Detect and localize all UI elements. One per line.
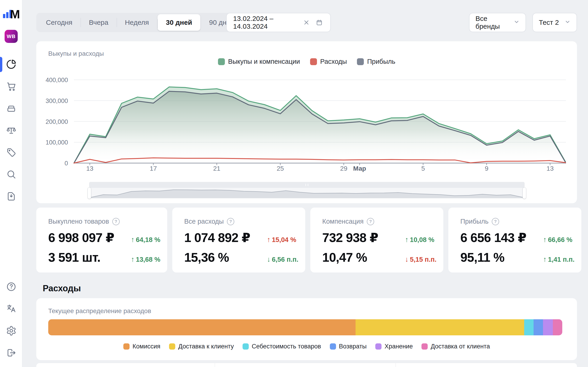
legend-swatch (357, 58, 364, 65)
kpi-delta: ↑15,04 % (267, 236, 296, 244)
svg-text:300,000: 300,000 (45, 98, 68, 104)
chart-zoom-brush[interactable] (89, 182, 525, 198)
range-30days-button[interactable]: 30 дней (157, 14, 200, 31)
chevron-down-icon (514, 19, 519, 26)
sidebar-item-analytics[interactable] (0, 58, 22, 71)
help-icon[interactable]: ? (112, 218, 120, 225)
file-import-icon (6, 191, 17, 202)
brand-dropdown[interactable]: Все бренды (469, 13, 526, 32)
bar-segment-5[interactable] (553, 319, 562, 335)
sidebar-item-search[interactable] (0, 168, 22, 181)
legend-label: Выкупы и компенсации (228, 58, 300, 65)
kpi-card-expenses: Все расходы ? 1 074 892 ₽ ↑15,04 % 15,36… (172, 208, 305, 273)
svg-text:21: 21 (213, 165, 220, 172)
calendar-icon (316, 19, 323, 26)
distribution-legend-item-2[interactable]: Себестоимость товаров (242, 343, 321, 350)
brand-dropdown-value: Все бренды (476, 15, 514, 30)
date-range-picker[interactable]: 13.02.2024 – 14.03.2024 (226, 13, 331, 32)
brush-handle-right[interactable] (523, 187, 526, 199)
distribution-legend-item-5[interactable]: Доставка от клиента (422, 343, 490, 350)
kpi-delta: ↑13,68 % (131, 255, 160, 264)
buyouts-expenses-chart: 0100,000200,000300,000400,0001317212529М… (41, 76, 566, 179)
account-dropdown[interactable]: Тест 2 (532, 13, 577, 32)
sidebar-item-help[interactable] (0, 280, 22, 293)
kpi-delta: ↑64,18 % (131, 236, 160, 244)
cart-icon (6, 81, 17, 92)
dashboard-page: M WB (0, 0, 588, 367)
logout-icon (6, 348, 17, 358)
help-icon[interactable]: ? (227, 218, 234, 225)
svg-text:25: 25 (277, 165, 284, 172)
sidebar-item-language[interactable] (0, 302, 22, 315)
kpi-value: 10,47 % (322, 250, 405, 265)
legend-label: Расходы (320, 58, 347, 65)
sidebar-item-import[interactable] (0, 190, 22, 203)
account-dropdown-value: Тест 2 (539, 19, 559, 26)
help-icon[interactable]: ? (492, 218, 499, 225)
kpi-card-compensation: Компенсация ? 732 938 ₽ ↑10,08 % 10,47 %… (310, 208, 443, 273)
brush-grip-icon (305, 184, 308, 186)
bar-segment-2[interactable] (524, 319, 533, 335)
sidebar-item-orders[interactable] (0, 80, 22, 93)
chart-legend: Выкупы и компенсацииРасходыПрибыль (36, 58, 577, 65)
brush-track[interactable] (89, 188, 525, 198)
logo-letter: M (10, 8, 19, 20)
legend-label: Доставка от клиента (431, 343, 490, 350)
svg-text:9: 9 (485, 165, 489, 172)
kpi-value: 3 591 шт. (48, 250, 131, 265)
bar-segment-0[interactable] (48, 319, 355, 335)
time-range-segmented-control: Сегодня Вчера Неделя 30 дней 90 дней (36, 13, 244, 32)
svg-text:0: 0 (65, 160, 68, 167)
legend-item-0[interactable]: Выкупы и компенсации (218, 58, 300, 65)
help-icon[interactable]: ? (367, 218, 374, 225)
expense-distribution-legend: КомиссияДоставка к клиентуСебестоимость … (36, 343, 577, 350)
bar-segment-3[interactable] (534, 319, 543, 335)
clear-date-button[interactable] (302, 18, 311, 27)
kpi-delta: ↓5,15 п.п. (405, 255, 436, 264)
open-calendar-button[interactable] (315, 18, 324, 27)
svg-text:Мар: Мар (353, 165, 366, 172)
sidebar-item-settings[interactable] (0, 324, 22, 337)
sidebar-item-products[interactable] (0, 102, 22, 115)
range-today-button[interactable]: Сегодня (38, 13, 81, 32)
search-icon (6, 169, 17, 180)
language-icon (6, 303, 17, 314)
sidebar-item-prices[interactable] (0, 146, 22, 159)
range-week-button[interactable]: Неделя (117, 13, 157, 32)
kpi-cards-row: Выкуплено товаров ? 6 998 097 ₽ ↑64,18 %… (36, 208, 577, 273)
column-divider (215, 363, 215, 367)
brush-range-bar[interactable] (89, 182, 525, 188)
svg-text:17: 17 (150, 165, 157, 172)
arrow-icon: ↑ (131, 236, 135, 244)
legend-item-2[interactable]: Прибыль (357, 58, 395, 65)
expense-distribution-bar (48, 319, 562, 335)
box-icon (6, 103, 17, 114)
svg-text:13: 13 (86, 165, 94, 172)
app-logo[interactable]: M (0, 6, 22, 20)
bar-segment-1[interactable] (355, 319, 524, 335)
date-range-value: 13.02.2024 – 14.03.2024 (233, 15, 302, 30)
kpi-value: 732 938 ₽ (322, 230, 405, 245)
arrow-icon: ↑ (267, 236, 271, 244)
brush-handle-left[interactable] (87, 187, 91, 199)
chart-title: Выкупы и расходы (48, 50, 104, 57)
legend-label: Возвраты (339, 343, 367, 350)
svg-text:200,000: 200,000 (45, 118, 68, 125)
legend-item-1[interactable]: Расходы (310, 58, 347, 65)
distribution-legend-item-3[interactable]: Возвраты (330, 343, 367, 350)
range-yesterday-button[interactable]: Вчера (81, 13, 117, 32)
gear-icon (6, 325, 17, 336)
svg-text:5: 5 (421, 165, 425, 172)
distribution-legend-item-1[interactable]: Доставка к клиенту (169, 343, 234, 350)
bar-segment-4[interactable] (543, 319, 553, 335)
wb-marketplace-badge[interactable]: WB (5, 30, 18, 43)
distribution-legend-item-0[interactable]: Комиссия (123, 343, 160, 350)
legend-label: Себестоимость товаров (252, 343, 321, 350)
expenses-section-title: Расходы (43, 284, 81, 293)
svg-text:13: 13 (546, 165, 553, 172)
distribution-legend-item-4[interactable]: Хранение (375, 343, 413, 350)
kpi-label: Компенсация (322, 218, 363, 225)
kpi-card-profit: Прибыль ? 6 656 143 ₽ ↑66,66 % 95,11 % ↑… (448, 208, 581, 273)
sidebar-item-logout[interactable] (0, 346, 22, 359)
sidebar-item-unit-economics[interactable] (0, 124, 22, 137)
